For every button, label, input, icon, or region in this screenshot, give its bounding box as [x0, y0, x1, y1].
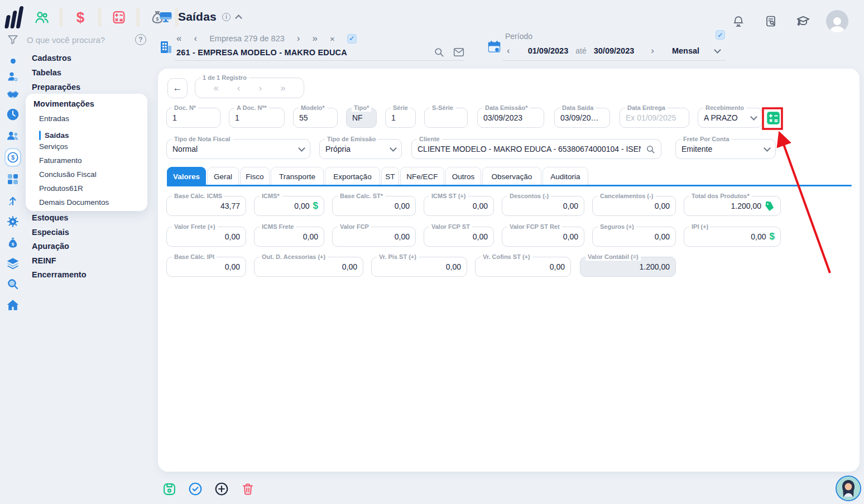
dollar-icon[interactable]: $ — [313, 200, 318, 212]
calc-grid-icon[interactable] — [4, 169, 21, 190]
tab-nfe-ecf[interactable]: NFe/ECF — [400, 167, 444, 185]
dollar-icon[interactable]: $ — [71, 8, 90, 27]
tab-auditoria[interactable]: Auditoria — [543, 167, 588, 185]
company-search-icon[interactable] — [434, 47, 444, 57]
add-button[interactable] — [213, 481, 230, 497]
tag-icon[interactable] — [765, 201, 775, 211]
cancelamentos-field[interactable]: Cancelamentos (-)0,00 — [592, 196, 676, 216]
tab-geral[interactable]: Geral — [207, 167, 239, 185]
submenu-item-demais-documentos[interactable]: Demais Documentos — [33, 198, 140, 212]
tab-valores[interactable]: Valores — [167, 167, 206, 185]
sidebar-item-tabelas[interactable]: Tabelas — [32, 68, 80, 83]
tab-outros[interactable]: Outros — [445, 167, 481, 185]
period-from[interactable]: 01/09/2023 — [528, 46, 569, 55]
submenu-item-saidas[interactable]: Saídas — [33, 128, 140, 142]
period-mode[interactable]: Mensal — [672, 46, 699, 55]
submenu-item-entradas[interactable]: Entradas — [33, 114, 140, 128]
data-saida-field[interactable]: Data Saída03/09/20… — [554, 108, 610, 128]
education-cap-icon[interactable] — [794, 12, 813, 31]
last-record-icon[interactable]: » — [280, 83, 285, 93]
vr-cofins-st-field[interactable]: Vr. Cofins ST (+)0,00 — [475, 257, 571, 277]
a-doc-n-field[interactable]: A Doc. Nº*1 — [229, 108, 285, 128]
confirm-button[interactable] — [187, 481, 204, 497]
close-icon[interactable]: × — [330, 34, 335, 44]
last-company-icon[interactable]: » — [312, 33, 317, 44]
tab-st[interactable]: ST — [381, 167, 399, 185]
next-record-icon[interactable]: › — [259, 83, 262, 93]
sidebar-item-estoques[interactable]: Estoques — [32, 213, 87, 228]
base-calc-ipi-field[interactable]: Base Cálc. IPI0,00 — [166, 257, 246, 277]
seguros-field[interactable]: Seguros (+)0,00 — [592, 227, 676, 247]
submenu-item-conclusao-fiscal[interactable]: Conclusão Fiscal — [33, 170, 140, 184]
trending-up-icon[interactable] — [4, 190, 21, 211]
envelope-icon[interactable] — [453, 47, 464, 57]
next-company-icon[interactable]: › — [297, 33, 300, 44]
cliente-search-icon[interactable] — [646, 145, 655, 154]
prev-record-icon[interactable]: ‹ — [237, 83, 240, 93]
valor-fcp-st-field[interactable]: Valor FCP ST0,00 — [424, 227, 494, 247]
layers-icon[interactable] — [4, 253, 21, 273]
audit-doc-icon[interactable] — [761, 12, 780, 31]
valor-frete-field[interactable]: Valor Frete (+)0,00 — [166, 227, 246, 247]
dollar-circle-icon-active[interactable]: $ — [4, 146, 21, 169]
descontos-field[interactable]: Descontos (-)0,00 — [502, 196, 584, 216]
help-icon[interactable]: ? — [135, 34, 146, 45]
sidebar-item-movimentacoes[interactable]: Movimentações — [33, 99, 140, 114]
clock-icon[interactable] — [4, 104, 21, 125]
tab-transporte[interactable]: Transporte — [271, 167, 324, 185]
magnifier-icon[interactable] — [4, 273, 21, 295]
first-record-icon[interactable]: « — [214, 83, 219, 93]
home-icon[interactable] — [4, 295, 21, 316]
tab-exportacao[interactable]: Exportação — [325, 167, 380, 185]
vr-pis-st-field[interactable]: Vr. Pis ST (+)0,00 — [371, 257, 467, 277]
tipo-emissao-select[interactable]: Tipo de EmissãoPrópria — [319, 139, 402, 159]
icms-field[interactable]: ICMS*0,00 $ — [254, 196, 324, 216]
submenu-item-servicos[interactable]: Serviços — [33, 142, 140, 156]
search-input[interactable] — [27, 35, 127, 45]
submenu-item-faturamento[interactable]: Faturamento — [33, 156, 140, 170]
delete-button[interactable] — [239, 481, 256, 497]
company-checkbox[interactable]: ✓ — [347, 34, 357, 44]
sidebar-item-encerramento[interactable]: Encerramento — [32, 270, 87, 285]
total-produtos-field[interactable]: Total dos Produtos*1.200,00 — [684, 196, 781, 216]
sidebar-item-especiais[interactable]: Especiais — [32, 228, 87, 242]
handshake-icon[interactable] — [4, 85, 21, 104]
valor-fcp-field[interactable]: Valor FCP0,00 — [332, 227, 416, 247]
icms-st-field[interactable]: ICMS ST (+)0,00 — [424, 196, 494, 216]
moneybag-blue-icon[interactable]: $ — [4, 232, 21, 253]
calculator-icon[interactable] — [109, 8, 128, 27]
data-entrega-field[interactable]: Data EntregaEx 01/09/2025 — [620, 108, 689, 128]
dollar-icon[interactable]: $ — [770, 231, 775, 242]
user-avatar[interactable] — [826, 10, 848, 32]
first-company-icon[interactable]: « — [176, 33, 181, 44]
sidebar-item-reinf[interactable]: REINF — [32, 256, 87, 271]
base-calc-st-field[interactable]: Base Calc. ST*0,00 — [332, 196, 416, 216]
tipo-nota-fiscal-select[interactable]: Tipo de Nota FiscalNormal — [166, 139, 310, 159]
base-calc-icms-field[interactable]: Base Cálc. ICMS43,77 — [166, 196, 246, 216]
chevron-up-icon[interactable] — [235, 15, 242, 22]
serie-field[interactable]: Série1 — [385, 108, 416, 128]
data-emissao-field[interactable]: Data Emissão*03/09/2023 — [477, 108, 544, 128]
save-button[interactable] — [161, 481, 177, 497]
back-button[interactable]: ← — [167, 78, 188, 98]
gear-icon[interactable] — [4, 211, 21, 232]
info-icon[interactable]: i — [222, 13, 231, 21]
recebimento-select[interactable]: RecebimentoA PRAZO — [698, 108, 762, 128]
people-icon[interactable] — [32, 8, 51, 27]
icms-frete-field[interactable]: ICMS Frete0,00 — [254, 227, 324, 247]
doc-n-field[interactable]: Doc. Nº1 — [166, 108, 220, 128]
sidebar-item-apuracao[interactable]: Apuração — [32, 242, 87, 256]
s-serie-field[interactable]: S-Série — [424, 108, 468, 128]
prev-period-icon[interactable]: ‹ — [507, 45, 510, 56]
frete-por-conta-select[interactable]: Frete Por ContaEmitente — [675, 139, 776, 159]
period-mode-chevron-icon[interactable] — [714, 46, 721, 54]
modelo-field[interactable]: Modelo*55 — [293, 108, 338, 128]
assistant-avatar[interactable] — [836, 476, 861, 501]
out-d-acessorias-field[interactable]: Out. D. Acessorias (+)0,00 — [254, 257, 363, 277]
tab-observacao[interactable]: Observação — [482, 167, 541, 185]
installments-calculator-icon[interactable] — [766, 111, 781, 126]
period-checkbox[interactable]: ✓ — [716, 30, 725, 40]
ipi-field[interactable]: IPI (+)0,00 $ — [684, 227, 781, 247]
person-gear-icon[interactable] — [4, 68, 21, 85]
next-period-icon[interactable]: › — [651, 45, 654, 56]
